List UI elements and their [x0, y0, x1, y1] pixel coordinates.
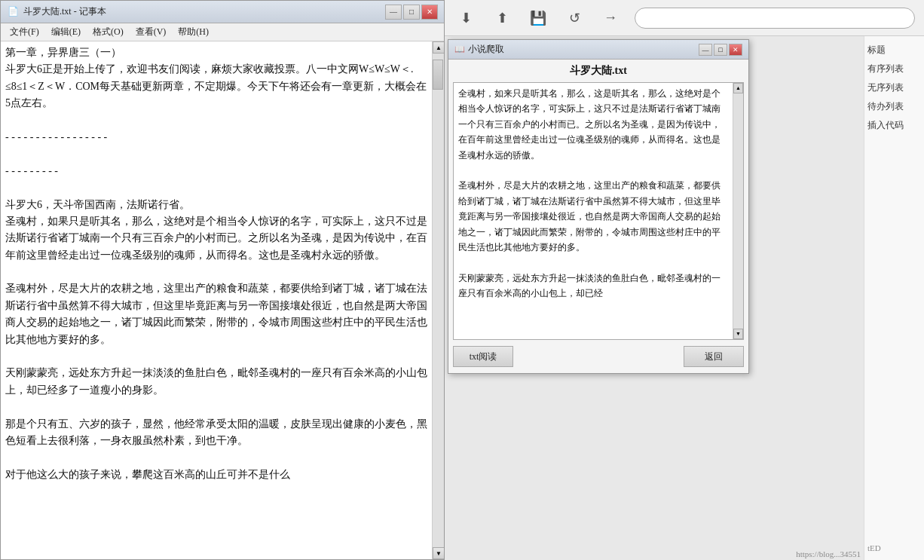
popup-scroll-up[interactable]: ▲	[733, 83, 743, 93]
notepad-maximize-button[interactable]: □	[403, 5, 420, 20]
scroll-thumb[interactable]	[433, 60, 443, 90]
notepad-content-area: 第一章，异界唐三（一） 斗罗大6正是开始上传了，欢迎书友们阅读，麻烦大家收藏投票…	[1, 41, 444, 559]
popup-window-buttons: — □ ✕	[699, 44, 742, 56]
popup-scrollbar[interactable]: ▲ ▼	[733, 83, 743, 339]
side-panel-todo-list[interactable]: 待办列表	[867, 99, 921, 115]
popup-file-title: 斗罗大陆.txt	[448, 60, 748, 82]
menu-file[interactable]: 文件(F)	[4, 24, 45, 40]
popup-minimize-button[interactable]: —	[699, 44, 712, 56]
browser-content: 📖 小说爬取 — □ ✕ 斗罗大陆.txt 全魂村，如来只是听其名，那么，这是听…	[445, 36, 864, 560]
notepad-window-buttons: — □ ✕	[385, 5, 438, 20]
browser-upload-button[interactable]: ⬆	[490, 6, 514, 30]
menu-view[interactable]: 查看(V)	[130, 24, 173, 40]
browser-refresh-button[interactable]: ↺	[562, 6, 586, 30]
browser-download-button[interactable]: ⬇	[454, 6, 478, 30]
notepad-window: 📄 斗罗大陆.txt - 记事本 — □ ✕ 文件(F) 编辑(E) 格式(O)…	[0, 0, 445, 560]
ted-label: tED	[867, 542, 881, 554]
browser-toolbar: ⬇ ⬆ 💾 ↺ →	[445, 0, 924, 36]
notepad-close-button[interactable]: ✕	[421, 5, 438, 20]
notepad-text-area[interactable]: 第一章，异界唐三（一） 斗罗大6正是开始上传了，欢迎书友们阅读，麻烦大家收藏投票…	[1, 41, 432, 559]
popup-reading-area: 全魂村，如来只是听其名，那么，这是听其名，那么，这绝对是个相当令人惊讶的名字，可…	[453, 82, 744, 340]
browser-forward-button[interactable]: →	[598, 6, 623, 30]
scroll-down-button[interactable]: ▼	[433, 547, 444, 559]
menu-help[interactable]: 帮助(H)	[172, 24, 215, 40]
browser-address-bar[interactable]	[635, 8, 915, 29]
popup-action-buttons: txt阅读 返回	[448, 340, 748, 373]
side-panel-insert-code[interactable]: 插入代码	[867, 118, 921, 133]
side-panel-ordered-list[interactable]: 有序列表	[867, 61, 921, 77]
popup-close-button[interactable]: ✕	[729, 44, 742, 56]
menu-edit[interactable]: 编辑(E)	[45, 24, 87, 40]
right-side-panel: 标题 有序列表 无序列表 待办列表 插入代码 tED	[864, 36, 924, 560]
notepad-title: 斗罗大陆.txt - 记事本	[23, 5, 385, 18]
popup-title: 小说爬取	[468, 43, 699, 56]
notepad-titlebar: 📄 斗罗大陆.txt - 记事本 — □ ✕	[1, 1, 444, 23]
popup-scroll-track	[733, 93, 743, 329]
popup-scroll-down[interactable]: ▼	[733, 329, 743, 339]
browser-save-button[interactable]: 💾	[526, 6, 550, 30]
popup-titlebar: 📖 小说爬取 — □ ✕	[448, 40, 748, 60]
scroll-up-button[interactable]: ▲	[433, 41, 444, 54]
side-panel-title[interactable]: 标题	[867, 42, 921, 58]
menu-format[interactable]: 格式(O)	[87, 24, 130, 40]
scroll-track[interactable]	[433, 54, 444, 547]
notepad-icon: 📄	[7, 6, 19, 18]
popup-txt-read-button[interactable]: txt阅读	[453, 346, 513, 367]
novel-reader-popup: 📖 小说爬取 — □ ✕ 斗罗大陆.txt 全魂村，如来只是听其名，那么，这是听…	[448, 39, 749, 374]
popup-maximize-button[interactable]: □	[714, 44, 727, 56]
popup-text-content[interactable]: 全魂村，如来只是听其名，那么，这是听其名，那么，这绝对是个相当令人惊讶的名字，可…	[454, 83, 733, 339]
popup-icon: 📖	[454, 44, 465, 55]
popup-return-button[interactable]: 返回	[684, 346, 744, 367]
url-hint: https://blog...34551	[796, 549, 861, 558]
notepad-menubar: 文件(F) 编辑(E) 格式(O) 查看(V) 帮助(H)	[1, 23, 444, 41]
notepad-scrollbar[interactable]: ▲ ▼	[432, 41, 444, 559]
side-panel-unordered-list[interactable]: 无序列表	[867, 80, 921, 96]
notepad-minimize-button[interactable]: —	[385, 5, 402, 20]
